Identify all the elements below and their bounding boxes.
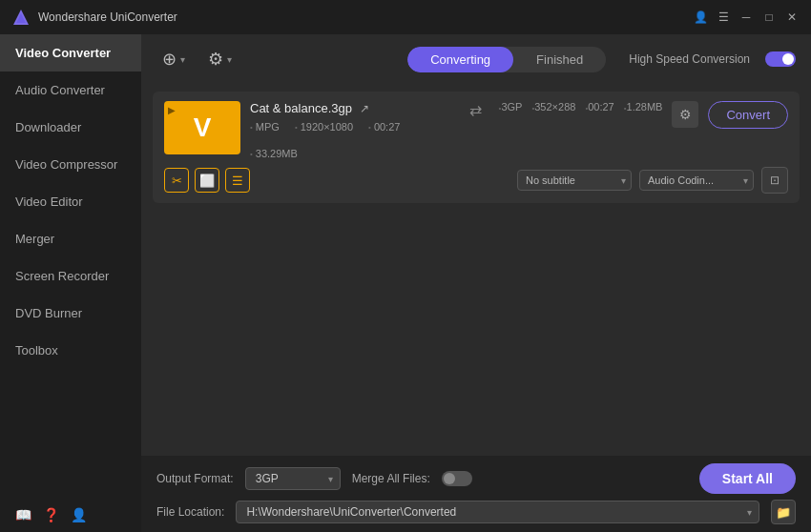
source-duration: •00:27 <box>368 121 400 133</box>
sidebar-item-dvd-burner[interactable]: DVD Burner <box>0 295 141 332</box>
sidebar-item-merger[interactable]: Merger <box>0 220 141 257</box>
file-title: Cat & balance.3gp <box>250 101 352 115</box>
sidebar-item-video-converter[interactable]: Video Converter <box>0 34 141 72</box>
support-icon[interactable]: ❓ <box>43 507 59 522</box>
effects-btn[interactable]: ☰ <box>225 168 250 193</box>
source-resolution: •1920×1080 <box>295 121 353 133</box>
output-size: •1.28MB <box>624 101 663 113</box>
app-name: Wondershare UniConverter <box>38 10 177 24</box>
top-bar: ⊕ ▾ ⚙ ▾ Converting Finished High Speed C… <box>141 34 811 84</box>
file-card: ▶ V Cat & balance.3gp ↗ •MPG <box>153 92 800 203</box>
output-duration: •00:27 <box>585 101 613 113</box>
file-card-bottom: ✂ ⬜ ☰ No subtitle Audio Codin... <box>164 167 788 194</box>
tab-finished[interactable]: Finished <box>513 47 606 72</box>
convert-button[interactable]: Convert <box>708 101 788 129</box>
file-list-area: ▶ V Cat & balance.3gp ↗ •MPG <box>141 84 811 456</box>
convert-arrow-icon: ⇄ <box>462 101 489 119</box>
output-format-label: Output Format: <box>156 472 234 485</box>
window-controls: 👤 ☰ ─ □ ✕ <box>693 10 800 25</box>
high-speed-toggle[interactable] <box>765 51 796 67</box>
output-format: •3GP <box>499 101 523 113</box>
output-format-select-wrapper: 3GP <box>245 467 341 490</box>
settings-chevron-icon: ▾ <box>227 54 232 65</box>
sidebar-item-video-compressor[interactable]: Video Compressor <box>0 146 141 183</box>
sidebar-bottom-icons: 📖 ❓ 👤 <box>0 498 141 532</box>
output-resolution: •352×288 <box>531 101 575 113</box>
add-file-btn[interactable]: ⊕ ▾ <box>156 45 191 73</box>
source-meta: •MPG •1920×1080 •00:27 •33.29MB <box>250 121 452 159</box>
external-link-icon[interactable]: ↗ <box>360 102 369 115</box>
minimize-btn[interactable]: ─ <box>738 10 754 25</box>
output-format-select[interactable]: 3GP <box>245 467 341 490</box>
audio-select-wrapper: Audio Codin... <box>639 170 754 191</box>
file-info-section: Cat & balance.3gp ↗ •MPG •1920×1080 • <box>250 101 452 159</box>
account-icon[interactable]: 👤 <box>71 507 87 522</box>
merge-toggle[interactable] <box>442 471 472 486</box>
source-format: •MPG <box>250 121 280 133</box>
location-select[interactable]: H:\Wondershare\UniConverter\Converted <box>236 501 759 523</box>
help-book-icon[interactable]: 📖 <box>15 507 31 522</box>
caption-btn[interactable]: ⊡ <box>761 167 788 194</box>
output-section: •3GP •352×288 •00:27 •1.28MB <box>499 101 663 113</box>
sidebar-item-video-editor[interactable]: Video Editor <box>0 183 141 220</box>
location-select-wrapper: H:\Wondershare\UniConverter\Converted <box>236 501 759 523</box>
sidebar: Video Converter Audio Converter Download… <box>0 34 141 532</box>
app-logo-icon <box>11 8 31 27</box>
crop-btn[interactable]: ⬜ <box>195 168 219 193</box>
bottom-row-location: File Location: H:\Wondershare\UniConvert… <box>156 500 796 524</box>
sidebar-item-screen-recorder[interactable]: Screen Recorder <box>0 257 141 295</box>
menu-btn[interactable]: ☰ <box>716 10 731 25</box>
start-all-btn[interactable]: Start All <box>699 463 796 494</box>
tab-converting[interactable]: Converting <box>407 47 513 72</box>
audio-coding-select[interactable]: Audio Codin... <box>639 170 754 191</box>
sidebar-item-toolbox[interactable]: Toolbox <box>0 332 141 369</box>
sidebar-item-downloader[interactable]: Downloader <box>0 109 141 146</box>
settings-icon: ⚙ <box>208 49 223 70</box>
file-location-label: File Location: <box>156 505 224 519</box>
thumbnail-play-icon: ▶ <box>168 105 176 115</box>
file-thumbnail: ▶ V <box>164 101 240 154</box>
merge-label: Merge All Files: <box>352 472 430 485</box>
trim-btn[interactable]: ✂ <box>164 168 189 193</box>
subtitle-select-wrapper: No subtitle <box>517 170 632 191</box>
maximize-btn[interactable]: □ <box>761 10 777 25</box>
high-speed-label: High Speed Conversion <box>629 52 750 66</box>
open-folder-btn[interactable]: 📁 <box>771 500 796 524</box>
tab-group: Converting Finished <box>407 47 606 72</box>
close-btn[interactable]: ✕ <box>784 10 800 25</box>
subtitle-audio-row: No subtitle Audio Codin... ⊡ <box>517 167 788 194</box>
add-file-icon: ⊕ <box>162 49 177 70</box>
bottom-bar: Output Format: 3GP Merge All Files: Star… <box>141 456 811 532</box>
sidebar-item-audio-converter[interactable]: Audio Converter <box>0 72 141 109</box>
source-size: •33.29MB <box>250 148 298 159</box>
output-settings-btn[interactable]: ⚙ <box>672 101 698 128</box>
add-chevron-icon: ▾ <box>180 54 185 65</box>
bottom-row-format: Output Format: 3GP Merge All Files: Star… <box>156 463 796 494</box>
settings-btn[interactable]: ⚙ ▾ <box>202 45 238 73</box>
user-icon-btn[interactable]: 👤 <box>693 10 708 25</box>
title-bar: Wondershare UniConverter 👤 ☰ ─ □ ✕ <box>0 0 811 34</box>
output-meta: •3GP •352×288 •00:27 •1.28MB <box>499 101 663 113</box>
subtitle-select[interactable]: No subtitle <box>517 170 632 191</box>
